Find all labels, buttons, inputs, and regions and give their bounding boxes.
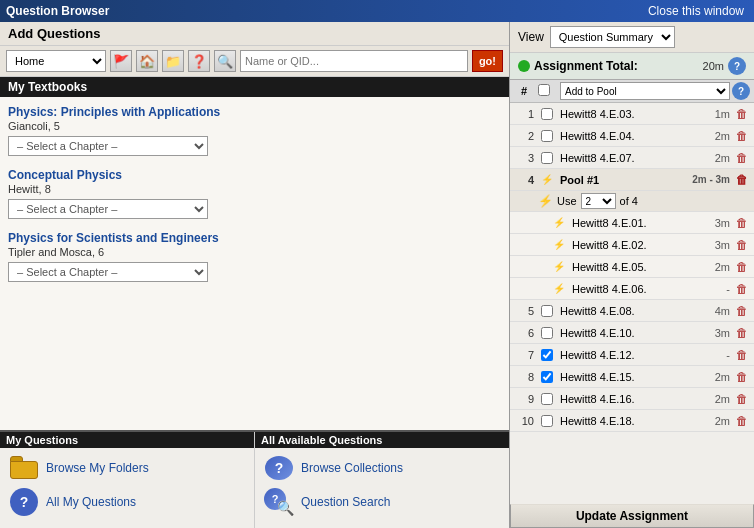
row-7-delete[interactable]: 🗑 xyxy=(734,348,750,362)
home-icon: 🏠 xyxy=(139,54,155,69)
assignment-help-button[interactable]: ? xyxy=(728,57,746,75)
right-panel: View Question Summary Assignment Total: … xyxy=(510,22,754,528)
table-row: 7 Hewitt8 4.E.12. - 🗑 xyxy=(510,344,754,366)
textbook-item-2: Conceptual Physics Hewitt, 8 – Select a … xyxy=(8,168,501,219)
assignment-header: Assignment Total: 20m ? xyxy=(510,53,754,80)
help-icon: ❓ xyxy=(191,54,207,69)
home-button[interactable]: 🏠 xyxy=(136,50,158,72)
table-header-row: # Add to Pool ? xyxy=(510,80,754,103)
title-bar: Question Browser Close this window xyxy=(0,0,754,22)
row-3-delete[interactable]: 🗑 xyxy=(734,151,750,165)
all-my-questions-item[interactable]: ? All My Questions xyxy=(8,488,246,516)
row-6-delete[interactable]: 🗑 xyxy=(734,326,750,340)
toolbar: Home 🚩 🏠 📁 ❓ 🔍 go! xyxy=(0,46,509,77)
pool-item-row: ⚡ Hewitt8 4.E.02. 3m 🗑 xyxy=(510,234,754,256)
textbook-link-2[interactable]: Conceptual Physics xyxy=(8,168,122,182)
location-select[interactable]: Home xyxy=(6,50,106,72)
my-questions-header: My Questions xyxy=(0,432,254,448)
row-9-delete[interactable]: 🗑 xyxy=(734,392,750,406)
pool-help-button[interactable]: ? xyxy=(732,82,750,100)
question-search-label[interactable]: Question Search xyxy=(301,495,390,509)
chapter-select-2[interactable]: – Select a Chapter – xyxy=(8,199,208,219)
all-questions-panel: All Available Questions ? Browse Collect… xyxy=(255,432,509,528)
table-row: 3 Hewitt8 4.E.07. 2m 🗑 xyxy=(510,147,754,169)
assignment-total: 20m xyxy=(703,60,724,72)
row-1-checkbox[interactable] xyxy=(541,108,553,120)
main-container: Add Questions Home 🚩 🏠 📁 ❓ 🔍 go! xyxy=(0,22,754,528)
question-browse-icon: ? xyxy=(8,488,40,516)
row-9-checkbox[interactable] xyxy=(541,393,553,405)
textbook-link-1[interactable]: Physics: Principles with Applications xyxy=(8,105,220,119)
row-10-checkbox[interactable] xyxy=(541,415,553,427)
table-row: 6 Hewitt8 4.E.10. 3m 🗑 xyxy=(510,322,754,344)
view-header: View Question Summary xyxy=(510,22,754,53)
row-5-delete[interactable]: 🗑 xyxy=(734,304,750,318)
row-2-checkbox[interactable] xyxy=(541,130,553,142)
flag-button[interactable]: 🚩 xyxy=(110,50,132,72)
browse-collections-label[interactable]: Browse Collections xyxy=(301,461,403,475)
textbook-author-1: Giancoli, 5 xyxy=(8,120,501,132)
textbook-link-3[interactable]: Physics for Scientists and Engineers xyxy=(8,231,219,245)
all-my-questions-label[interactable]: All My Questions xyxy=(46,495,136,509)
pool-use-select[interactable]: 2 1 3 4 xyxy=(581,193,616,209)
row-8-delete[interactable]: 🗑 xyxy=(734,370,750,384)
row-10-delete[interactable]: 🗑 xyxy=(734,414,750,428)
pool-item-1-delete[interactable]: 🗑 xyxy=(734,216,750,230)
all-questions-header: All Available Questions xyxy=(255,432,509,448)
search-button[interactable]: 🔍 xyxy=(214,50,236,72)
textbooks-header: My Textbooks xyxy=(0,77,509,97)
folder-browse-icon xyxy=(8,454,40,482)
table-row: 8 Hewitt8 4.E.15. 2m 🗑 xyxy=(510,366,754,388)
table-row: 5 Hewitt8 4.E.08. 4m 🗑 xyxy=(510,300,754,322)
chapter-select-1[interactable]: – Select a Chapter – xyxy=(8,136,208,156)
browse-my-folders-label[interactable]: Browse My Folders xyxy=(46,461,149,475)
folder-icon: 📁 xyxy=(165,54,181,69)
select-all-checkbox[interactable] xyxy=(538,84,550,96)
help-button[interactable]: ❓ xyxy=(188,50,210,72)
folder-button[interactable]: 📁 xyxy=(162,50,184,72)
view-select[interactable]: Question Summary xyxy=(550,26,675,48)
browse-my-folders-item[interactable]: Browse My Folders xyxy=(8,454,246,482)
table-row: 1 Hewitt8 4.E.03. 1m 🗑 xyxy=(510,103,754,125)
row-3-checkbox[interactable] xyxy=(541,152,553,164)
textbook-author-2: Hewitt, 8 xyxy=(8,183,501,195)
pool-item-row: ⚡ Hewitt8 4.E.05. 2m 🗑 xyxy=(510,256,754,278)
assignment-title: Assignment Total: xyxy=(534,59,699,73)
search-browse-icon: ? 🔍 xyxy=(263,488,295,516)
textbooks-content: Physics: Principles with Applications Gi… xyxy=(0,97,509,430)
pool-header-row: 4 ⚡ Pool #1 2m - 3m 🗑 xyxy=(510,169,754,191)
row-2-delete[interactable]: 🗑 xyxy=(734,129,750,143)
pool-item-row: ⚡ Hewitt8 4.E.06. - 🗑 xyxy=(510,278,754,300)
add-to-pool-select[interactable]: Add to Pool xyxy=(560,82,730,100)
chapter-select-3[interactable]: – Select a Chapter – xyxy=(8,262,208,282)
pool-item-4-delete[interactable]: 🗑 xyxy=(734,282,750,296)
textbook-item-3: Physics for Scientists and Engineers Tip… xyxy=(8,231,501,282)
flag-icon: 🚩 xyxy=(113,54,129,69)
row-7-checkbox[interactable] xyxy=(541,349,553,361)
row-5-checkbox[interactable] xyxy=(541,305,553,317)
pool-item-2-delete[interactable]: 🗑 xyxy=(734,238,750,252)
question-search-item[interactable]: ? 🔍 Question Search xyxy=(263,488,501,516)
pool-icon: ⚡ xyxy=(538,194,553,208)
update-assignment-button[interactable]: Update Assignment xyxy=(510,504,754,528)
assignment-section: Assignment Total: 20m ? # Add to Pool ? xyxy=(510,53,754,504)
row-6-checkbox[interactable] xyxy=(541,327,553,339)
left-panel: Add Questions Home 🚩 🏠 📁 ❓ 🔍 go! xyxy=(0,22,510,528)
pool-item-row: ⚡ Hewitt8 4.E.01. 3m 🗑 xyxy=(510,212,754,234)
row-8-checkbox[interactable] xyxy=(541,371,553,383)
status-dot xyxy=(518,60,530,72)
questions-section: My Questions Browse My Folders ? All My … xyxy=(0,430,509,528)
search-input[interactable] xyxy=(240,50,468,72)
browse-collections-item[interactable]: ? Browse Collections xyxy=(263,454,501,482)
row-1-delete[interactable]: 🗑 xyxy=(734,107,750,121)
go-button[interactable]: go! xyxy=(472,50,503,72)
pool-delete[interactable]: 🗑 xyxy=(734,173,750,187)
textbook-author-3: Tipler and Mosca, 6 xyxy=(8,246,501,258)
view-label: View xyxy=(518,30,544,44)
pool-item-3-delete[interactable]: 🗑 xyxy=(734,260,750,274)
close-button[interactable]: Close this window xyxy=(644,2,748,20)
collections-browse-icon: ? xyxy=(263,454,295,482)
textbook-item-1: Physics: Principles with Applications Gi… xyxy=(8,105,501,156)
my-questions-panel: My Questions Browse My Folders ? All My … xyxy=(0,432,255,528)
search-icon: 🔍 xyxy=(217,54,233,69)
